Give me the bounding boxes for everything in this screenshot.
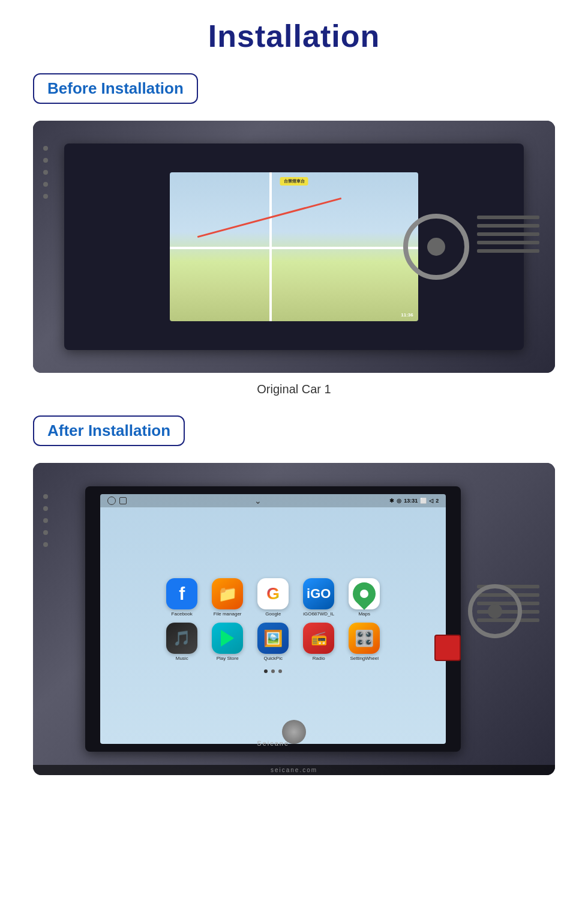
seicane-branding: Seicane [257, 740, 289, 747]
gear-knob [282, 720, 306, 744]
apps-area: f Facebook 📁 File manager [100, 507, 446, 743]
recents-button-indicator [119, 497, 127, 504]
apps-row-2: 🎵 Music Play Store [163, 623, 383, 661]
before-installation-badge: Before Installation [33, 73, 198, 104]
settingwheel-label: SettingWheel [350, 656, 379, 661]
google-icon: G [257, 578, 289, 609]
app-facebook[interactable]: f Facebook [163, 578, 200, 617]
steering-wheel [403, 214, 469, 280]
quickpic-icon: 🖼️ [257, 623, 289, 654]
radio-icon: 📻 [303, 623, 334, 654]
air-vents [477, 159, 539, 310]
before-installation-image: 台禁燈車台 11:36 [33, 121, 555, 373]
playstore-label: Play Store [217, 656, 239, 661]
battery-indicator: 2 [436, 498, 439, 504]
app-maps[interactable]: Maps [346, 578, 383, 617]
dot-1 [264, 669, 268, 673]
maps-icon [349, 578, 380, 609]
maps-label: Maps [358, 611, 370, 617]
app-settingwheel[interactable]: 🎛️ SettingWheel [346, 623, 383, 661]
igo-label: iGO687WD_IL [303, 611, 334, 617]
dot-2 [271, 669, 275, 673]
sidebar-controls [43, 146, 48, 199]
android-screen: ⌄ ✱ ◎ 13:31 ⬜ ◁ 2 [100, 494, 446, 743]
app-playstore[interactable]: Play Store [209, 623, 246, 661]
before-dashboard: 台禁燈車台 11:36 [64, 143, 524, 350]
filemanager-icon: 📁 [212, 578, 243, 609]
clock-display: 13:31 [404, 498, 418, 504]
watermark: seicane.com [33, 765, 555, 775]
settingwheel-icon: 🎛️ [349, 623, 380, 654]
status-bar-left [107, 497, 127, 505]
app-radio[interactable]: 📻 Radio [300, 623, 337, 661]
android-head-unit: ⌄ ✱ ◎ 13:31 ⬜ ◁ 2 [85, 486, 461, 752]
signal-icon: ◎ [397, 498, 401, 504]
app-quickpic[interactable]: 🖼️ QuickPic [254, 623, 292, 661]
status-bar-right: ✱ ◎ 13:31 ⬜ ◁ 2 [389, 498, 439, 504]
page-indicator-dots [264, 669, 282, 673]
app-filemanager[interactable]: 📁 File manager [209, 578, 246, 617]
notification-chevron: ⌄ [254, 496, 262, 506]
after-installation-badge: After Installation [33, 415, 185, 446]
radio-label: Radio [313, 656, 325, 661]
after-steering-wheel [468, 584, 522, 638]
dot-3 [278, 669, 282, 673]
google-label: Google [265, 611, 281, 617]
quickpic-label: QuickPic [263, 656, 283, 661]
apps-row-1: f Facebook 📁 File manager [163, 578, 383, 617]
android-status-bar: ⌄ ✱ ◎ 13:31 ⬜ ◁ 2 [100, 494, 446, 507]
facebook-icon: f [166, 578, 197, 609]
after-sidebar-controls [43, 494, 48, 547]
app-igo[interactable]: iGO iGO687WD_IL [300, 578, 337, 617]
facebook-label: Facebook [172, 611, 193, 617]
before-caption: Original Car 1 [257, 382, 331, 396]
app-google[interactable]: G Google [254, 578, 292, 617]
music-icon: 🎵 [166, 623, 197, 654]
playstore-icon [212, 623, 243, 654]
filemanager-label: File manager [214, 611, 242, 617]
music-label: Music [176, 656, 188, 661]
bluetooth-icon: ✱ [389, 498, 394, 504]
home-button-indicator [107, 497, 116, 505]
app-music[interactable]: 🎵 Music [163, 623, 200, 661]
back-icon: ◁ [429, 498, 433, 504]
after-steering-wheel-area [456, 510, 535, 713]
after-installation-image: ⌄ ✱ ◎ 13:31 ⬜ ◁ 2 [33, 463, 555, 775]
window-icon: ⬜ [420, 498, 427, 504]
igo-icon: iGO [303, 578, 334, 609]
page-title: Installation [208, 18, 380, 54]
